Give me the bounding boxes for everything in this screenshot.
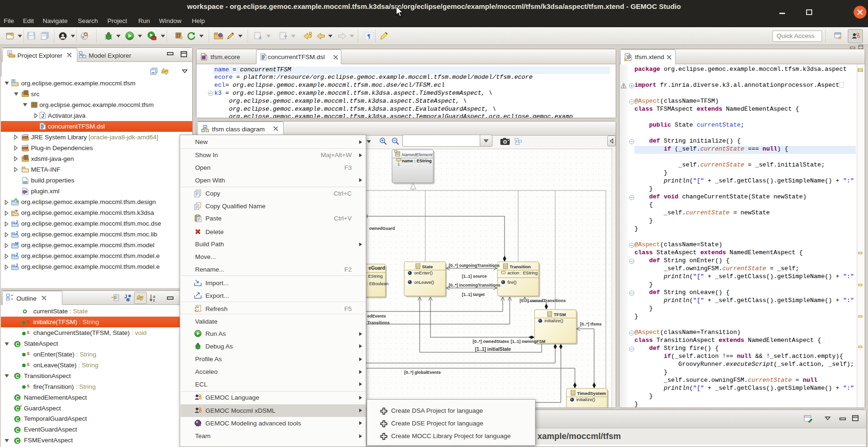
svg-text:TFSM: TFSM (554, 312, 566, 317)
svg-text:[0..*] ownedStates: [0..*] ownedStates (473, 339, 509, 344)
svg-text:J: J (15, 252, 18, 257)
svg-text:¶: ¶ (367, 32, 370, 39)
svg-text:S: S (27, 331, 30, 335)
svg-text:onEnter(): onEnter() (414, 270, 433, 275)
svg-text:State: State (422, 264, 433, 269)
svg-text:[0..*] incomingTransitions: [0..*] incomingTransitions (449, 283, 500, 288)
svg-text:S: S (27, 363, 30, 367)
svg-text:eGuard: eGuard (369, 265, 385, 271)
svg-text:NamedElement: NamedElement (402, 152, 433, 157)
svg-text:initialize(): initialize() (544, 318, 563, 323)
svg-text:Transition: Transition (510, 264, 531, 269)
svg-text:J: J (15, 231, 18, 235)
svg-text:J: J (15, 263, 18, 267)
svg-text:J: J (15, 220, 18, 224)
svg-text:J: J (124, 294, 127, 299)
svg-text:: EBoolean: : EBoolean (367, 281, 388, 286)
svg-text:C: C (16, 438, 20, 443)
svg-text:onLeave(): onLeave() (414, 280, 434, 285)
svg-text:[1..1] owningFSM: [1..1] owningFSM (511, 339, 545, 344)
svg-text:C: C (16, 373, 20, 379)
svg-text:[0..*] outgoingTransitions: [0..*] outgoingTransitions (449, 263, 500, 268)
svg-text:1: 1 (398, 163, 400, 166)
svg-text:C: C (16, 395, 20, 401)
svg-text:C: C (16, 427, 20, 432)
svg-text:Transitions: Transitions (367, 320, 390, 325)
svg-text:M: M (15, 242, 19, 246)
svg-text:[1..1] target: [1..1] target (462, 292, 485, 297)
svg-text:C: C (16, 405, 20, 411)
svg-text:fire(): fire() (507, 280, 517, 285)
svg-text:[0..*] tfsms: [0..*] tfsms (580, 322, 602, 326)
svg-text:initialize(): initialize() (576, 397, 595, 402)
svg-text:J: J (41, 113, 44, 119)
svg-text:edEvents: edEvents (367, 314, 386, 318)
svg-text:ownedGuard: ownedGuard (369, 226, 395, 231)
svg-text:010: 010 (23, 181, 28, 183)
svg-text:z: z (153, 298, 155, 302)
svg-text:EString: EString (368, 273, 383, 279)
svg-text:C: C (16, 416, 20, 422)
svg-text:[0..*] ownedTransitions: [0..*] ownedTransitions (520, 298, 566, 303)
svg-text:S: S (27, 352, 30, 356)
svg-text:name : EString: name : EString (402, 159, 432, 163)
svg-text:S: S (27, 320, 30, 324)
svg-text:[1..1] source: [1..1] source (462, 274, 487, 279)
svg-text:C: C (16, 341, 20, 347)
svg-text:S: S (27, 384, 30, 388)
svg-text:A: A (20, 404, 22, 408)
svg-text:action : EString: action : EString (507, 270, 537, 275)
svg-text:TimedSystem: TimedSystem (577, 391, 606, 396)
svg-text:[0..*] globalEvents: [0..*] globalEvents (404, 370, 441, 375)
svg-text:[1..1] initialState: [1..1] initialState (475, 347, 511, 352)
